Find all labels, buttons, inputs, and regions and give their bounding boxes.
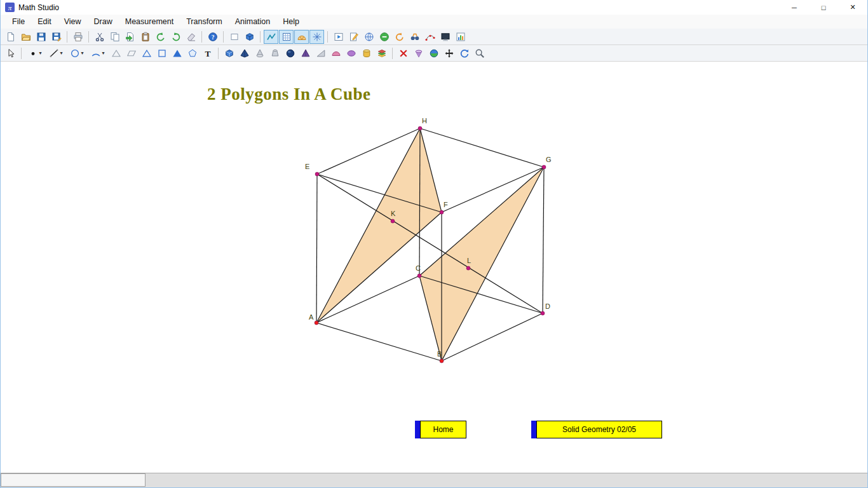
point-F[interactable] — [440, 210, 444, 214]
path-animation-button[interactable] — [423, 30, 437, 44]
copy-button[interactable] — [107, 30, 122, 44]
polygon-AFH[interactable] — [316, 128, 442, 323]
ball-tool[interactable] — [426, 46, 441, 60]
select-tool[interactable] — [3, 46, 18, 60]
axes-toggle[interactable] — [309, 30, 324, 44]
animation-player-button[interactable] — [331, 30, 346, 44]
cube-tool[interactable] — [222, 46, 236, 60]
segment-AB[interactable] — [316, 323, 442, 361]
polygon-BCG[interactable] — [419, 167, 544, 361]
spin-tool[interactable] — [411, 46, 426, 60]
menu-help[interactable]: Help — [276, 15, 306, 29]
triangle-tool[interactable] — [109, 46, 123, 60]
point-B[interactable] — [440, 359, 444, 363]
web-globe-button[interactable] — [362, 30, 376, 44]
chart-tool[interactable] — [453, 30, 468, 44]
chevron-down-icon[interactable]: ▾ — [60, 51, 62, 56]
cube-3d-toggle[interactable] — [242, 30, 257, 44]
point-H[interactable] — [418, 126, 422, 130]
maximize-button[interactable]: □ — [809, 0, 838, 15]
filled-triangle-tool[interactable] — [170, 46, 184, 60]
open-file-button[interactable] — [18, 30, 33, 44]
chevron-down-icon[interactable]: ▾ — [81, 51, 83, 56]
protractor-toggle[interactable] — [294, 30, 309, 44]
tetrahedron-tool[interactable] — [298, 46, 313, 60]
zoom-tool[interactable] — [472, 46, 487, 60]
point-A[interactable] — [315, 321, 318, 325]
wedge-tool[interactable] — [313, 46, 328, 60]
edit-notes-button[interactable] — [346, 30, 361, 44]
menu-view[interactable]: View — [58, 15, 88, 29]
drawing-canvas[interactable]: ABCDEFGHKL 2 Polygons In A Cube Home Sol… — [1, 62, 867, 473]
print-button[interactable] — [71, 30, 85, 44]
menu-draw[interactable]: Draw — [88, 15, 119, 29]
point-E[interactable] — [315, 172, 319, 176]
refresh-button[interactable] — [392, 30, 407, 44]
line-tool[interactable]: ▾ — [46, 46, 66, 60]
undo-button[interactable] — [153, 30, 168, 44]
erase-button[interactable] — [184, 30, 198, 44]
menu-edit[interactable]: Edit — [31, 15, 58, 29]
save-as-button[interactable] — [49, 30, 64, 44]
grid-toggle[interactable] — [279, 30, 294, 44]
solid-geometry-button[interactable]: Solid Geometry 02/05 — [531, 421, 662, 438]
minimize-button[interactable]: ─ — [780, 0, 809, 15]
point-K[interactable] — [391, 219, 395, 223]
point-label-G: G — [546, 156, 552, 163]
sphere-tool[interactable] — [283, 46, 297, 60]
cut-button[interactable] — [92, 30, 107, 44]
delete-object-tool[interactable] — [396, 46, 410, 60]
ellipsoid-tool[interactable] — [344, 46, 358, 60]
plot-toggle[interactable] — [264, 30, 278, 44]
frame-toggle[interactable] — [227, 30, 241, 44]
parallelogram-tool[interactable] — [124, 46, 139, 60]
cone-tool[interactable] — [252, 46, 267, 60]
menu-transform[interactable]: Transform — [180, 15, 229, 29]
point-L[interactable] — [466, 266, 470, 270]
save-file-button[interactable] — [34, 30, 48, 44]
move-tool[interactable] — [442, 46, 456, 60]
paste-special-button[interactable] — [138, 30, 153, 44]
close-button[interactable]: ✕ — [838, 0, 867, 15]
circle-tool[interactable]: ▾ — [67, 46, 87, 60]
menu-file[interactable]: File — [6, 15, 31, 29]
square-tool[interactable] — [154, 46, 169, 60]
frustum-tool[interactable] — [268, 46, 282, 60]
toolbar-separator — [218, 48, 219, 59]
cylinder-tool[interactable] — [359, 46, 374, 60]
segment-AE[interactable] — [316, 174, 317, 323]
menu-animation[interactable]: Animation — [229, 15, 277, 29]
point-label-A: A — [309, 313, 314, 321]
segment-DG[interactable] — [543, 167, 544, 313]
chevron-down-icon[interactable]: ▾ — [39, 51, 41, 56]
rotate-3d-tool[interactable] — [457, 46, 471, 60]
scrollbar-thumb[interactable] — [1, 473, 146, 487]
point-label-B: B — [437, 350, 442, 358]
point-C[interactable] — [417, 274, 421, 278]
toolbar-standard: ? — [1, 29, 867, 45]
point-D[interactable] — [541, 311, 545, 315]
point-G[interactable] — [542, 165, 546, 169]
home-button[interactable]: Home — [415, 421, 466, 438]
menu-measurement[interactable]: Measurement — [119, 15, 180, 29]
segment-GH[interactable] — [420, 128, 544, 167]
regular-triangle-tool[interactable] — [139, 46, 154, 60]
point-tool[interactable]: ▾ — [25, 46, 45, 60]
new-document-button[interactable] — [3, 30, 18, 44]
paste-button[interactable] — [123, 30, 137, 44]
layers-tool[interactable] — [374, 46, 389, 60]
pyramid-tool[interactable] — [237, 46, 252, 60]
redo-button[interactable] — [168, 30, 183, 44]
screen-capture-button[interactable] — [438, 30, 452, 44]
point-label-C: C — [416, 264, 421, 272]
polygon-tool[interactable] — [185, 46, 200, 60]
help-about-button[interactable]: ? — [205, 30, 220, 44]
chevron-down-icon[interactable]: ▾ — [102, 51, 104, 56]
half-disc-tool[interactable] — [329, 46, 343, 60]
remove-item-button[interactable] — [377, 30, 391, 44]
horizontal-scrollbar[interactable] — [1, 473, 867, 487]
search-binoculars-button[interactable] — [407, 30, 422, 44]
arc-tool[interactable]: ▾ — [88, 46, 108, 60]
text-tool[interactable]: T — [200, 46, 215, 60]
window-controls: ─ □ ✕ — [780, 0, 867, 15]
